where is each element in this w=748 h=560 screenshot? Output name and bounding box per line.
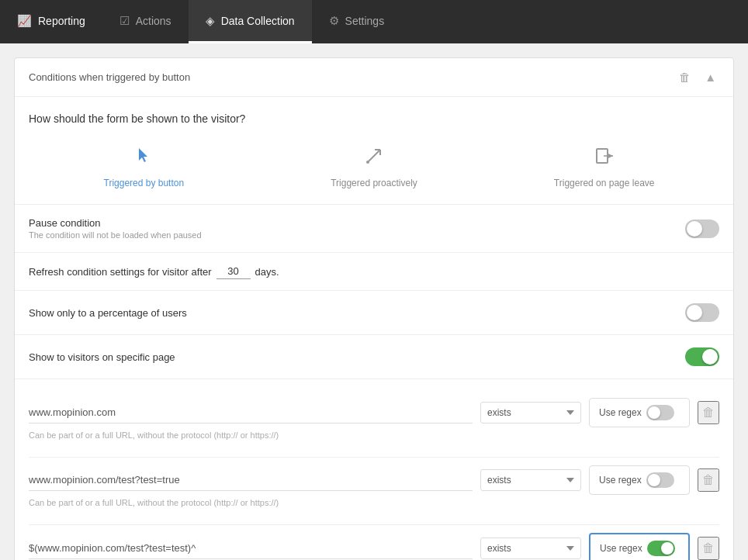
- url-row-group-3: exists does not exist equals contains Us…: [29, 525, 719, 560]
- trigger-option-page-leave[interactable]: Triggered on page leave: [489, 140, 719, 188]
- trigger-proactive-icon: [358, 140, 390, 171]
- svg-point-3: [366, 161, 369, 164]
- regex-track-2: [646, 472, 674, 488]
- pause-condition-track: [685, 220, 719, 238]
- regex-thumb-2: [648, 474, 660, 486]
- card-body: How should the form be shown to the visi…: [15, 97, 733, 560]
- refresh-label-before: Refresh condition settings for visitor a…: [29, 266, 212, 278]
- card-header-actions: 🗑 ▲: [676, 69, 719, 85]
- tab-data-collection-label: Data Collection: [221, 15, 295, 27]
- collapse-card-button[interactable]: ▲: [701, 69, 719, 85]
- url-input-2[interactable]: [29, 469, 473, 491]
- regex-label-1: Use regex: [599, 407, 642, 418]
- url-row-3: exists does not exist equals contains Us…: [29, 533, 719, 560]
- pause-condition-title: Pause condition: [29, 217, 685, 229]
- url-hint-1: Can be part of or a full URL, without th…: [29, 430, 719, 440]
- url-list-section: exists does not exist equals contains Us…: [15, 379, 733, 560]
- main-content: Conditions when triggered by button 🗑 ▲ …: [0, 43, 748, 560]
- tab-settings[interactable]: ⚙ Settings: [312, 0, 402, 43]
- delete-card-button[interactable]: 🗑: [676, 69, 694, 85]
- data-collection-icon: ◈: [206, 14, 215, 28]
- regex-track-1: [646, 405, 674, 420]
- regex-box-1: Use regex: [589, 398, 690, 427]
- pause-condition-left: Pause condition The condition will not b…: [29, 217, 685, 240]
- trigger-option-button[interactable]: Triggered by button: [29, 140, 259, 188]
- url-hint-2: Can be part of or a full URL, without th…: [29, 498, 719, 507]
- refresh-condition-row: Refresh condition settings for visitor a…: [15, 253, 733, 291]
- regex-track-3: [647, 541, 675, 556]
- delete-url-2-button[interactable]: 🗑: [698, 468, 719, 492]
- reporting-icon: 📈: [17, 14, 32, 28]
- trigger-option-proactive[interactable]: Triggered proactively: [259, 140, 490, 188]
- regex-box-2: Use regex: [589, 465, 690, 495]
- url-condition-select-3[interactable]: exists does not exist equals contains: [480, 538, 581, 559]
- url-condition-select-1[interactable]: exists does not exist equals contains: [480, 402, 581, 423]
- trigger-button-icon: [128, 140, 159, 171]
- nav-bar: 📈 Reporting ☑ Actions ◈ Data Collection …: [0, 0, 748, 43]
- url-row-2: exists does not exist equals contains Us…: [29, 465, 719, 495]
- show-percentage-title: Show only to a percentage of users: [29, 307, 685, 319]
- url-input-3[interactable]: [29, 538, 473, 559]
- tab-reporting[interactable]: 📈 Reporting: [0, 0, 102, 43]
- regex-toggle-2[interactable]: [646, 472, 674, 488]
- pause-condition-toggle[interactable]: [685, 220, 719, 238]
- show-specific-page-track: [685, 347, 719, 366]
- settings-icon: ⚙: [329, 14, 339, 28]
- regex-toggle-3[interactable]: [647, 541, 675, 556]
- trigger-section: How should the form be shown to the visi…: [15, 97, 733, 205]
- url-row-1: exists does not exist equals contains Us…: [29, 398, 719, 427]
- show-specific-page-left: Show to visitors on specific page: [29, 351, 685, 363]
- tab-reporting-label: Reporting: [38, 15, 85, 27]
- tab-data-collection[interactable]: ◈ Data Collection: [189, 0, 312, 43]
- trigger-page-leave-label: Triggered on page leave: [554, 178, 655, 188]
- trigger-question: How should the form be shown to the visi…: [29, 112, 719, 125]
- show-percentage-row: Show only to a percentage of users: [15, 291, 733, 335]
- conditions-card: Conditions when triggered by button 🗑 ▲ …: [14, 57, 734, 560]
- regex-toggle-1[interactable]: [646, 405, 674, 420]
- regex-thumb-3: [661, 542, 674, 555]
- trigger-proactive-label: Triggered proactively: [331, 178, 417, 188]
- show-percentage-thumb: [687, 305, 702, 320]
- url-condition-select-2[interactable]: exists does not exist equals contains: [480, 469, 581, 491]
- regex-label-2: Use regex: [599, 475, 642, 486]
- trigger-button-label: Triggered by button: [104, 178, 185, 188]
- tab-actions-label: Actions: [136, 15, 171, 27]
- show-specific-page-title: Show to visitors on specific page: [29, 351, 685, 363]
- show-percentage-left: Show only to a percentage of users: [29, 307, 685, 319]
- tab-actions[interactable]: ☑ Actions: [102, 0, 189, 43]
- url-row-group-2: exists does not exist equals contains Us…: [29, 458, 719, 525]
- show-percentage-track: [685, 303, 719, 322]
- actions-icon: ☑: [119, 14, 130, 28]
- tab-settings-label: Settings: [345, 15, 385, 27]
- card-header: Conditions when triggered by button 🗑 ▲: [15, 58, 733, 97]
- delete-url-1-button[interactable]: 🗑: [698, 401, 719, 424]
- url-input-1[interactable]: [29, 402, 473, 423]
- card-header-title: Conditions when triggered by button: [29, 71, 190, 83]
- refresh-label-after: days.: [255, 266, 279, 278]
- pause-condition-row: Pause condition The condition will not b…: [15, 205, 733, 253]
- regex-thumb-1: [648, 406, 660, 419]
- show-specific-page-row: Show to visitors on specific page: [15, 335, 733, 379]
- show-specific-page-thumb: [702, 349, 718, 365]
- delete-url-3-button[interactable]: 🗑: [698, 537, 719, 560]
- show-specific-page-toggle[interactable]: [685, 347, 719, 366]
- regex-label-3: Use regex: [600, 543, 642, 554]
- url-row-group-1: exists does not exist equals contains Us…: [29, 390, 719, 458]
- trigger-options: Triggered by button Triggered: [29, 140, 719, 188]
- show-percentage-toggle[interactable]: [685, 303, 719, 322]
- pause-condition-thumb: [687, 221, 702, 237]
- svg-line-0: [368, 150, 380, 162]
- trigger-page-leave-icon: [589, 140, 620, 171]
- pause-condition-desc: The condition will not be loaded when pa…: [29, 230, 685, 240]
- regex-box-3: Use regex: [589, 533, 690, 560]
- refresh-days-input[interactable]: 30: [216, 264, 251, 279]
